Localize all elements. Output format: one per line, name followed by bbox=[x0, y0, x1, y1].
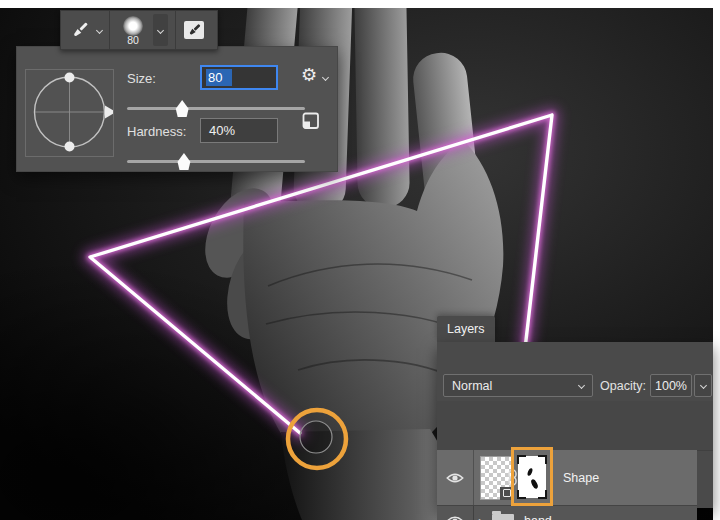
roundness-handle-top[interactable] bbox=[65, 73, 75, 83]
layers-panel: Layers Normal Opacity: 100% bbox=[437, 316, 713, 508]
mask-selected-corner bbox=[517, 455, 526, 464]
divider bbox=[109, 11, 110, 49]
brush-tool-chevron-down-icon[interactable] bbox=[96, 26, 103, 33]
hardness-slider-thumb[interactable] bbox=[176, 153, 192, 170]
layer-row-shape[interactable]: Shape bbox=[437, 450, 697, 505]
brush-tool-icon[interactable] bbox=[69, 19, 91, 41]
layer-row-hand[interactable]: › hand bbox=[437, 505, 697, 520]
chevron-down-icon bbox=[157, 26, 164, 33]
hardness-label: Hardness: bbox=[127, 124, 186, 139]
brush-angle-roundness-control[interactable] bbox=[25, 69, 114, 157]
mask-selected-corner bbox=[517, 490, 526, 499]
eye-icon bbox=[446, 472, 464, 484]
visibility-toggle[interactable] bbox=[437, 506, 474, 520]
brush-size-readout: 80 bbox=[127, 35, 139, 45]
divider bbox=[175, 11, 176, 49]
opacity-label: Opacity: bbox=[600, 379, 646, 393]
new-brush-preset-icon[interactable] bbox=[301, 111, 321, 131]
options-bar: 80 bbox=[60, 10, 218, 50]
chevron-down-icon bbox=[699, 382, 706, 389]
blend-mode-dropdown[interactable]: Normal bbox=[443, 374, 593, 397]
folder-icon[interactable] bbox=[492, 514, 514, 520]
opacity-dropdown-button[interactable] bbox=[694, 374, 712, 397]
blend-mode-value: Normal bbox=[452, 379, 492, 393]
hardness-input[interactable]: 40% bbox=[200, 118, 278, 143]
group-disclosure-icon[interactable]: › bbox=[478, 516, 483, 520]
size-value: 80 bbox=[206, 69, 232, 86]
brush-settings-popup: Size: 80 ⚙ Hardness: 40% bbox=[16, 46, 338, 172]
brush-settings-panel-toggle-icon[interactable] bbox=[183, 20, 206, 41]
mask-selected-corner bbox=[538, 455, 547, 464]
roundness-handle-bottom[interactable] bbox=[65, 142, 75, 152]
soft-brush-preview-icon bbox=[123, 16, 143, 36]
layers-panel-body: Normal Opacity: 100% bbox=[437, 342, 713, 508]
size-slider-thumb[interactable] bbox=[174, 100, 190, 117]
size-slider-track bbox=[127, 107, 305, 110]
eye-icon bbox=[446, 515, 464, 520]
chevron-down-icon bbox=[578, 382, 585, 389]
opacity-value: 100% bbox=[655, 379, 687, 393]
brush-preset-preview[interactable]: 80 bbox=[117, 16, 149, 45]
panel-spacer bbox=[437, 401, 713, 451]
layer-name: hand bbox=[524, 514, 552, 520]
mask-link-icon[interactable] bbox=[507, 469, 518, 486]
size-slider[interactable] bbox=[127, 99, 305, 119]
hardness-value: 40% bbox=[209, 123, 235, 138]
layer-mask-thumbnail[interactable] bbox=[518, 456, 546, 498]
size-input[interactable]: 80 bbox=[200, 65, 278, 90]
shape-layer-badge-icon bbox=[500, 487, 513, 500]
brush-preset-picker-chevron[interactable] bbox=[153, 14, 168, 46]
visibility-toggle[interactable] bbox=[437, 450, 474, 505]
mask-selected-corner bbox=[538, 490, 547, 499]
gear-menu-chevron-icon bbox=[322, 74, 329, 81]
angle-arrow-handle[interactable] bbox=[105, 106, 113, 119]
hardness-slider-track bbox=[127, 160, 305, 163]
layers-panel-tab[interactable]: Layers bbox=[437, 316, 495, 342]
gear-icon[interactable]: ⚙ bbox=[301, 65, 317, 85]
blend-options-row: Normal Opacity: 100% bbox=[437, 372, 713, 401]
opacity-input[interactable]: 100% bbox=[650, 374, 692, 397]
hardness-slider[interactable] bbox=[127, 152, 305, 172]
layer-name: Shape bbox=[563, 471, 599, 485]
brush-cursor[interactable] bbox=[300, 421, 332, 453]
mask-paint-mark bbox=[530, 478, 539, 489]
layers-tab-label: Layers bbox=[447, 322, 485, 336]
mask-paint-mark bbox=[527, 468, 534, 477]
size-label: Size: bbox=[127, 71, 156, 86]
